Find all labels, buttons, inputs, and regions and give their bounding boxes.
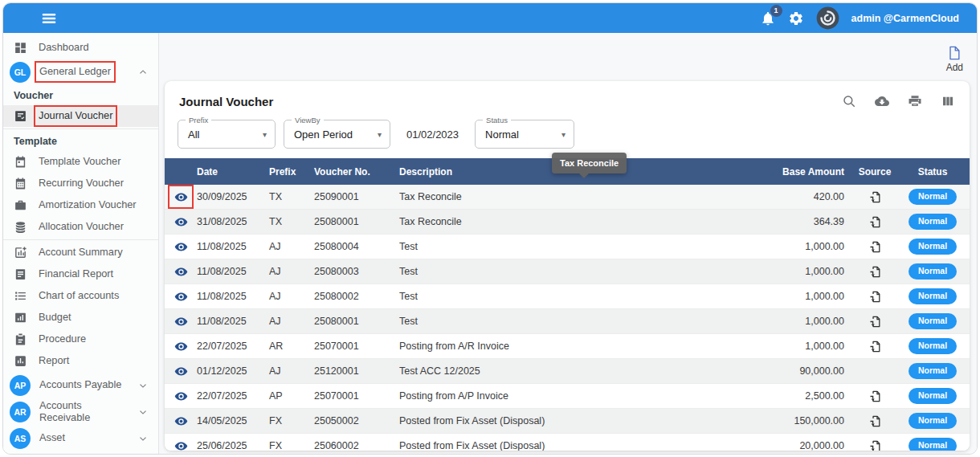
viewby-filter[interactable]: ViewBy Open Period ▾ [284, 120, 390, 149]
sidebar-item-financial-report[interactable]: Financial Report [3, 263, 158, 285]
chart-of-accounts-icon [14, 289, 27, 303]
sidebar-item-recurring-voucher[interactable]: Recurring Voucher [3, 173, 158, 194]
sidebar-item-dashboard[interactable]: Dashboard [3, 37, 158, 59]
notifications-button[interactable]: 1 [760, 10, 776, 27]
module-avatar: AP [10, 375, 31, 396]
status-filter-label: Status [483, 116, 511, 124]
search-button[interactable] [842, 94, 856, 108]
sidebar-item-account-summary[interactable]: Account Summary [3, 242, 158, 263]
user-avatar[interactable] [816, 6, 839, 30]
row-date: 01/12/2025 [197, 365, 269, 377]
source-document-icon[interactable] [868, 240, 882, 254]
view-voucher-button[interactable] [171, 312, 190, 330]
row-voucher-no: 25080004 [314, 241, 399, 252]
print-button[interactable] [908, 94, 922, 108]
sidebar-item-procedure[interactable]: Procedure [3, 328, 158, 350]
module-avatar: AR [10, 402, 31, 422]
sidebar-item-label: Dashboard [39, 42, 89, 53]
sidebar-item-allocation-voucher[interactable]: Allocation Voucher [3, 216, 158, 238]
sidebar-item-label: Template Voucher [39, 156, 120, 167]
row-voucher-no: 25080001 [314, 316, 399, 327]
view-voucher-button[interactable] [171, 238, 190, 255]
view-voucher-button[interactable] [171, 188, 190, 206]
row-description: Test [399, 316, 749, 327]
view-voucher-button[interactable] [171, 288, 190, 305]
source-document-icon[interactable] [868, 439, 882, 451]
app-frame: 1 admin @CarmenCloud DashboardGLGeneral … [2, 2, 978, 455]
table-row[interactable]: 11/08/2025 AJ 25080002 Test 1,000.00 [165, 284, 970, 309]
row-base-amount: 1,000.00 [749, 241, 854, 252]
col-base-amount[interactable]: Base Amount [749, 166, 854, 177]
table-row[interactable]: 22/07/2025 AP 25070001 Posting from A/P … [165, 384, 970, 409]
row-date: 22/07/2025 [197, 390, 269, 402]
export-button[interactable] [875, 94, 889, 108]
row-prefix: AJ [269, 365, 314, 377]
col-prefix[interactable]: Prefix [269, 166, 314, 177]
row-description: Posted from Fix Asset (Disposal) [399, 415, 749, 426]
view-voucher-button[interactable] [171, 387, 190, 405]
sidebar-item-report[interactable]: Report [3, 350, 158, 372]
col-voucher-no[interactable]: Voucher No. [314, 166, 399, 177]
journal-voucher-card: Journal Voucher Prefix All ▾ [165, 81, 970, 451]
source-document-icon[interactable] [868, 215, 882, 229]
sidebar-item-label: Procedure [39, 333, 86, 345]
table-row[interactable]: 11/08/2025 AJ 25080004 Test 1,000.00 [165, 235, 970, 259]
prefix-filter[interactable]: Prefix All ▾ [178, 120, 276, 149]
source-document-icon[interactable] [868, 390, 882, 403]
view-voucher-button[interactable] [171, 263, 190, 280]
status-filter[interactable]: Status Normal ▾ [475, 120, 574, 149]
sidebar-item-amortization-voucher[interactable]: Amortization Voucher [3, 194, 158, 216]
col-date[interactable]: Date [197, 166, 269, 177]
sidebar-item-chart-of-accounts[interactable]: Chart of accounts [3, 285, 158, 307]
table-row[interactable]: 30/09/2025 TX 25090001 Tax Reconcile 420… [165, 185, 970, 210]
source-document-icon[interactable] [868, 315, 882, 328]
sidebar-item-label: Amortization Voucher [39, 199, 137, 210]
search-icon [842, 94, 856, 108]
procedure-icon [14, 333, 27, 346]
view-voucher-button[interactable] [171, 362, 190, 380]
table-row[interactable]: 11/08/2025 AJ 25080003 Test 1,000.00 [165, 259, 970, 284]
table-row[interactable]: 25/06/2025 FX 25060002 Posted from Fix A… [165, 434, 970, 451]
recurring-voucher-icon [14, 177, 27, 190]
sidebar-item-budget[interactable]: Budget [3, 307, 158, 328]
table-row[interactable]: 22/07/2025 AR 25070001 Posting from A/R … [165, 334, 970, 359]
columns-button[interactable] [941, 94, 955, 108]
view-voucher-button[interactable] [171, 337, 190, 355]
eye-icon [174, 414, 188, 428]
sidebar-module-asset[interactable]: ASAsset [3, 425, 158, 451]
settings-button[interactable] [788, 10, 804, 27]
sidebar-module-accounts-receivable[interactable]: ARAccounts Receivable [3, 398, 158, 425]
sidebar-module-general-ledger[interactable]: GLGeneral Ledger [3, 59, 158, 85]
sidebar-item-label: Accounts Receivable [39, 400, 129, 422]
row-base-amount: 2,500.00 [749, 390, 854, 402]
view-voucher-button[interactable] [171, 437, 190, 451]
eye-icon [174, 365, 188, 378]
sidebar-module-accounts-payable[interactable]: APAccounts Payable [3, 372, 158, 398]
row-prefix: FX [269, 415, 314, 426]
table-row[interactable]: 01/12/2025 AJ 25120001 Test ACC 12/2025 … [165, 359, 970, 384]
sidebar-nav: DashboardGLGeneral LedgerVoucherJournal … [3, 33, 159, 454]
sidebar-item-label: Report [39, 355, 69, 366]
view-voucher-button[interactable] [171, 412, 190, 430]
source-document-icon[interactable] [868, 414, 882, 428]
sidebar-item-template-voucher[interactable]: Template Voucher [3, 151, 158, 173]
table-row[interactable]: 11/08/2025 AJ 25080001 Test 1,000.00 [165, 309, 970, 334]
col-source[interactable]: Source [854, 166, 896, 177]
topbar: 1 admin @CarmenCloud [3, 3, 977, 33]
menu-toggle-button[interactable] [40, 10, 58, 27]
amortization-voucher-icon [14, 198, 27, 212]
eye-icon [174, 315, 188, 328]
source-document-icon[interactable] [868, 340, 882, 353]
add-button[interactable]: Add [946, 45, 963, 73]
period-date[interactable]: 01/02/2023 [406, 129, 459, 141]
col-status[interactable]: Status [896, 166, 970, 177]
status-badge: Normal [909, 438, 957, 451]
table-row[interactable]: 14/05/2025 FX 25050002 Posted from Fix A… [165, 409, 970, 434]
source-document-icon[interactable] [868, 290, 882, 304]
view-voucher-button[interactable] [171, 213, 190, 231]
table-row[interactable]: 31/08/2025 TX 25080001 Tax Reconcile 364… [165, 210, 970, 235]
row-base-amount: 90,000.00 [749, 365, 854, 377]
source-document-icon[interactable] [868, 190, 882, 204]
sidebar-item-journal-voucher[interactable]: Journal Voucher [3, 105, 158, 127]
source-document-icon[interactable] [868, 265, 882, 279]
